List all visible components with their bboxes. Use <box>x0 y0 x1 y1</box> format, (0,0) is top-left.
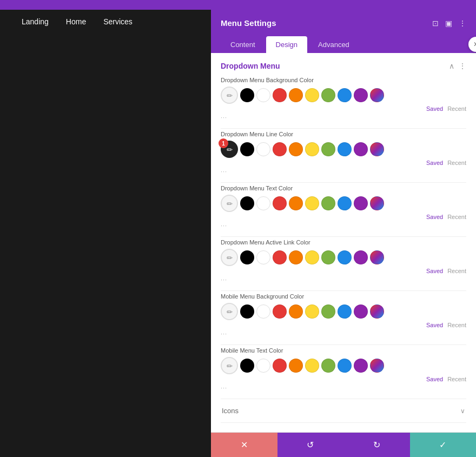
color-red-1[interactable] <box>273 88 287 102</box>
color-black-5[interactable] <box>240 304 254 319</box>
recent-label-6[interactable]: Recent <box>447 376 466 382</box>
color-black-4[interactable] <box>240 250 254 264</box>
dropdown-line-picker-wrapper: 1 ✎ <box>221 141 238 158</box>
section-header-controls: ∧ ⋮ <box>449 62 466 70</box>
tab-content[interactable]: Content <box>221 36 265 53</box>
color-white-6[interactable] <box>256 359 270 373</box>
saved-recent-row-4: Saved Recent <box>221 268 466 274</box>
color-green-4[interactable] <box>321 250 335 264</box>
color-red-5[interactable] <box>273 304 287 319</box>
color-green-6[interactable] <box>321 359 335 373</box>
color-orange-2[interactable] <box>289 142 303 156</box>
saved-label-5[interactable]: Saved <box>426 322 443 328</box>
recent-label-4[interactable]: Recent <box>447 268 466 274</box>
mobile-text-color-picker[interactable]: ✎ <box>221 357 238 374</box>
saved-label-4[interactable]: Saved <box>426 268 443 274</box>
color-white-5[interactable] <box>256 304 270 319</box>
color-white-2[interactable] <box>256 142 270 156</box>
dropdown-active-link-color-row: ✎ <box>221 249 466 266</box>
color-blue-2[interactable] <box>338 142 352 156</box>
dropdown-text-color-row: ✎ <box>221 195 466 212</box>
color-orange-6[interactable] <box>289 359 303 373</box>
nav-item-services[interactable]: Services <box>103 17 133 26</box>
color-blue-4[interactable] <box>338 250 352 264</box>
dots-row-1: ··· <box>221 114 466 121</box>
saved-label-1[interactable]: Saved <box>426 105 443 112</box>
panel-title: Menu Settings <box>221 18 276 28</box>
color-red-6[interactable] <box>273 359 287 373</box>
dots-2: ··· <box>221 168 227 175</box>
color-white-4[interactable] <box>256 250 270 264</box>
dots-row-2: ··· <box>221 168 466 175</box>
color-black-2[interactable] <box>240 142 254 156</box>
color-yellow-6[interactable] <box>305 359 319 373</box>
color-white-1[interactable] <box>256 88 270 102</box>
color-orange-4[interactable] <box>289 250 303 264</box>
saved-recent-row-6: Saved Recent <box>221 376 466 382</box>
color-green-2[interactable] <box>321 142 335 156</box>
dropdown-line-color-field: Dropdown Menu Line Color 1 ✎ <box>221 131 466 175</box>
redo-button[interactable]: ↻ <box>343 433 410 457</box>
color-orange-3[interactable] <box>289 196 303 210</box>
dropdown-active-link-color-picker[interactable]: ✎ <box>221 249 238 266</box>
color-yellow-4[interactable] <box>305 250 319 264</box>
color-green-3[interactable] <box>321 196 335 210</box>
color-yellow-2[interactable] <box>305 142 319 156</box>
dropdown-line-color-row: 1 ✎ <box>221 141 466 158</box>
color-gradient-3[interactable] <box>370 196 384 210</box>
color-blue-6[interactable] <box>338 359 352 373</box>
dropdown-bg-color-field: Dropdown Menu Background Color ✎ <box>221 77 466 121</box>
color-red-2[interactable] <box>273 142 287 156</box>
undo-button[interactable]: ↺ <box>277 433 344 457</box>
nav-item-landing[interactable]: Landing <box>22 17 49 26</box>
nav-item-home[interactable]: Home <box>66 17 86 26</box>
color-yellow-1[interactable] <box>305 88 319 102</box>
recent-label-3[interactable]: Recent <box>447 214 466 220</box>
color-blue-5[interactable] <box>338 304 352 319</box>
color-black-1[interactable] <box>240 88 254 102</box>
color-red-3[interactable] <box>273 196 287 210</box>
color-red-4[interactable] <box>273 250 287 264</box>
color-gradient-1[interactable] <box>370 88 384 102</box>
tab-advanced[interactable]: Advanced <box>308 36 359 53</box>
dropdown-bg-color-picker[interactable]: ✎ <box>221 87 238 104</box>
columns-icon[interactable]: ▣ <box>445 19 452 28</box>
color-orange-5[interactable] <box>289 304 303 319</box>
recent-label-1[interactable]: Recent <box>447 105 466 112</box>
icons-section-header[interactable]: Icons ∨ <box>221 407 466 415</box>
color-gradient-5[interactable] <box>370 304 384 319</box>
saved-label-6[interactable]: Saved <box>426 376 443 382</box>
saved-label-2[interactable]: Saved <box>426 160 443 166</box>
color-white-3[interactable] <box>256 196 270 210</box>
dropdown-text-color-picker[interactable]: ✎ <box>221 195 238 212</box>
save-button[interactable]: ✓ <box>410 433 477 457</box>
section-more-icon[interactable]: ⋮ <box>459 62 466 70</box>
responsive-icon[interactable]: ⊡ <box>432 19 439 28</box>
color-orange-1[interactable] <box>289 88 303 102</box>
color-gradient-6[interactable] <box>370 359 384 373</box>
color-purple-1[interactable] <box>354 88 368 102</box>
recent-label-5[interactable]: Recent <box>447 322 466 328</box>
color-gradient-4[interactable] <box>370 250 384 264</box>
color-purple-5[interactable] <box>354 304 368 319</box>
color-blue-1[interactable] <box>338 88 352 102</box>
color-yellow-5[interactable] <box>305 304 319 319</box>
color-black-3[interactable] <box>240 196 254 210</box>
color-purple-2[interactable] <box>354 142 368 156</box>
color-blue-3[interactable] <box>338 196 352 210</box>
color-black-6[interactable] <box>240 359 254 373</box>
saved-label-3[interactable]: Saved <box>426 214 443 220</box>
color-purple-6[interactable] <box>354 359 368 373</box>
mobile-bg-color-picker[interactable]: ✎ <box>221 303 238 320</box>
color-green-1[interactable] <box>321 88 335 102</box>
cancel-button[interactable]: ✕ <box>211 433 277 457</box>
color-purple-3[interactable] <box>354 196 368 210</box>
color-green-5[interactable] <box>321 304 335 319</box>
more-icon[interactable]: ⋮ <box>459 19 466 28</box>
collapse-icon[interactable]: ∧ <box>449 62 454 70</box>
color-gradient-2[interactable] <box>370 142 384 156</box>
color-purple-4[interactable] <box>354 250 368 264</box>
tab-design[interactable]: Design <box>266 36 307 53</box>
color-yellow-3[interactable] <box>305 196 319 210</box>
recent-label-2[interactable]: Recent <box>447 160 466 166</box>
